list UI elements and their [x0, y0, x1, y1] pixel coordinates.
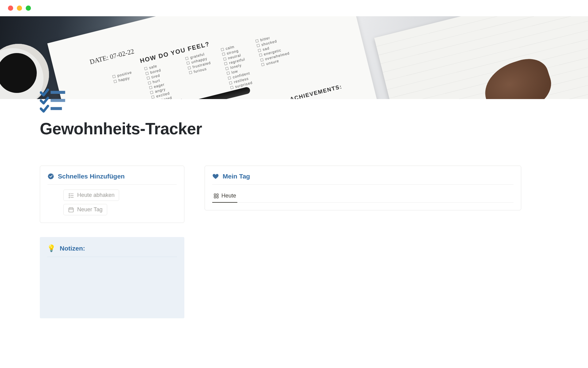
new-day-button[interactable]: Neuer Tag [63, 204, 107, 215]
page-title[interactable]: Gewohnheits-Tracker [40, 119, 548, 138]
tab-today-label: Heute [221, 193, 236, 199]
cover-date-label: DATE: [89, 54, 109, 66]
window-zoom-button[interactable] [26, 6, 31, 11]
cover-journal-page: DATE: 07-02-22 HOW DO YOU FEEL? ☐ positi… [47, 16, 381, 99]
my-day-title: Mein Tag [223, 173, 250, 180]
window-titlebar [0, 0, 588, 16]
lightbulb-icon: 💡 [47, 244, 55, 252]
checklist-icon [40, 87, 67, 114]
page-cover[interactable]: DATE: 07-02-22 HOW DO YOU FEEL? ☐ positi… [0, 16, 588, 99]
window-minimize-button[interactable] [17, 6, 22, 11]
tabs-underline [212, 202, 514, 203]
cover-lined-page [374, 16, 588, 99]
tab-today[interactable]: Heute [212, 193, 237, 203]
svg-rect-11 [217, 194, 218, 195]
cover-achievements-label: ACHIEVEMENTS: [289, 83, 343, 99]
svg-rect-1 [51, 99, 65, 102]
my-day-tabs: Heute [212, 185, 514, 203]
left-column: Schnelles Hinzufügen Heute abhaken [40, 166, 184, 318]
svg-rect-13 [217, 196, 218, 198]
notes-header: 💡 Notizen: [47, 244, 177, 257]
heart-icon [212, 173, 219, 180]
page-icon[interactable] [40, 87, 67, 114]
check-today-label: Heute abhaken [77, 192, 115, 198]
calendar-icon [68, 207, 74, 213]
quick-add-header: Schnelles Hinzufügen [47, 173, 177, 185]
quick-add-title: Schnelles Hinzufügen [58, 173, 125, 180]
cover-date: 07-02-22 [109, 47, 135, 61]
columns-row: Schnelles Hinzufügen Heute abhaken [40, 166, 548, 318]
svg-rect-10 [214, 194, 216, 195]
quick-add-card: Schnelles Hinzufügen Heute abhaken [40, 166, 184, 223]
svg-rect-12 [214, 196, 216, 198]
notes-card[interactable]: 💡 Notizen: [40, 237, 184, 318]
window-close-button[interactable] [8, 6, 13, 11]
new-day-label: Neuer Tag [77, 206, 103, 213]
page-body: Gewohnheits-Tracker Schnelles Hinzufügen [0, 99, 588, 318]
svg-rect-6 [69, 208, 74, 212]
svg-rect-2 [51, 107, 62, 110]
gallery-view-icon [213, 193, 219, 199]
checklist-small-icon [68, 192, 74, 198]
my-day-card: Mein Tag Heute [205, 166, 521, 210]
svg-rect-0 [51, 91, 65, 94]
notes-title: Notizen: [60, 245, 85, 252]
badge-check-icon [47, 173, 54, 180]
quick-add-actions: Heute abhaken Neuer Tag [47, 185, 177, 215]
my-day-header: Mein Tag [212, 173, 514, 185]
check-today-button[interactable]: Heute abhaken [63, 190, 119, 201]
